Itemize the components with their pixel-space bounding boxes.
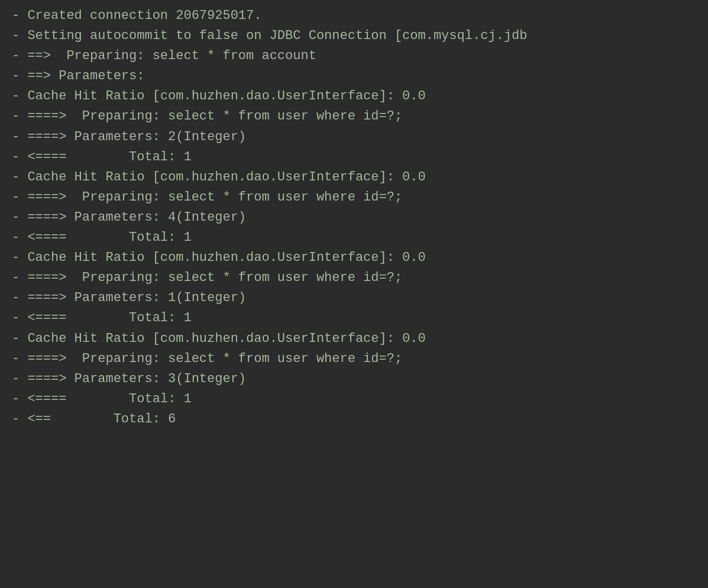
log-line: - Cache Hit Ratio [com.huzhen.dao.UserIn… xyxy=(12,248,696,268)
log-line: - Created connection 2067925017. xyxy=(12,6,696,26)
log-line: - Cache Hit Ratio [com.huzhen.dao.UserIn… xyxy=(12,167,696,188)
log-line: - <==== Total: 1 xyxy=(12,228,696,248)
log-line: - ====> Preparing: select * from user wh… xyxy=(12,268,696,288)
log-line: - ====> Preparing: select * from user wh… xyxy=(12,349,696,369)
console-output: - Created connection 2067925017.- Settin… xyxy=(12,6,696,429)
log-line: - <==== Total: 1 xyxy=(12,389,696,409)
log-line: - ====> Preparing: select * from user wh… xyxy=(12,106,696,127)
log-line: - ==> Preparing: select * from account xyxy=(12,46,696,66)
log-line: - ====> Parameters: 3(Integer) xyxy=(12,369,696,389)
log-line: - <==== Total: 1 xyxy=(12,147,696,167)
log-line: - <== Total: 6 xyxy=(12,409,696,429)
log-line: - ====> Preparing: select * from user wh… xyxy=(12,188,696,208)
log-line: - ====> Parameters: 2(Integer) xyxy=(12,127,696,147)
log-line: - ==> Parameters: xyxy=(12,66,696,86)
log-line: - Cache Hit Ratio [com.huzhen.dao.UserIn… xyxy=(12,86,696,106)
log-line: - Setting autocommit to false on JDBC Co… xyxy=(12,26,696,46)
log-line: - Cache Hit Ratio [com.huzhen.dao.UserIn… xyxy=(12,329,696,349)
log-line: - <==== Total: 1 xyxy=(12,308,696,328)
log-line: - ====> Parameters: 4(Integer) xyxy=(12,208,696,228)
log-line: - ====> Parameters: 1(Integer) xyxy=(12,288,696,308)
